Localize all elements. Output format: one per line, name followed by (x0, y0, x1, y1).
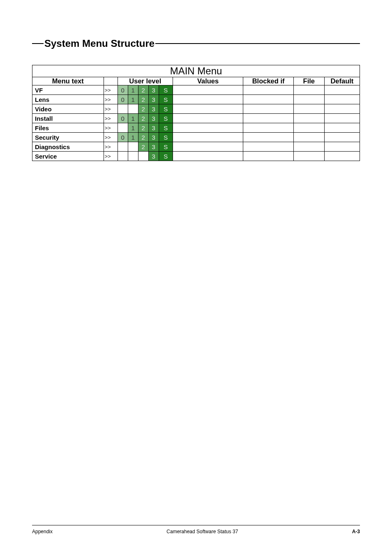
user-level-cell (118, 142, 128, 152)
user-level-cell: 3 (148, 104, 159, 114)
cell-default (324, 152, 360, 161)
page-footer: Appendix Camerahead Software Status 37 A… (32, 525, 360, 534)
user-level-cell: S (159, 152, 173, 161)
cell-values (173, 114, 243, 123)
user-level-cell: 2 (138, 114, 148, 123)
row-name: Lens (32, 95, 104, 104)
cell-values (173, 152, 243, 161)
row-name: Files (32, 123, 104, 133)
table-row: Service>>3S (32, 152, 360, 161)
cell-blocked (243, 104, 294, 114)
section-title-text: System Menu Structure (44, 38, 154, 49)
cell-blocked (243, 142, 294, 152)
table-row: Security>>0123S (32, 133, 360, 142)
section-title: System Menu Structure (32, 38, 360, 50)
cell-values (173, 123, 243, 133)
cell-blocked (243, 152, 294, 161)
user-level-cell: 1 (128, 133, 138, 142)
cell-file (293, 104, 324, 114)
cell-values (173, 95, 243, 104)
user-level-cell: 2 (138, 142, 148, 152)
user-level-cell: 3 (148, 85, 159, 95)
cell-file (293, 152, 324, 161)
title-rule-right (155, 43, 360, 44)
user-level-cell: S (159, 95, 173, 104)
user-level-cell (128, 152, 138, 161)
cell-file (293, 85, 324, 95)
cell-file (293, 123, 324, 133)
row-name: VF (32, 85, 104, 95)
user-level-cell: S (159, 142, 173, 152)
user-level-cell: S (159, 104, 173, 114)
table-title: MAIN Menu (32, 65, 360, 77)
user-level-cell: 0 (118, 114, 128, 123)
row-name: Diagnostics (32, 142, 104, 152)
col-values: Values (173, 77, 243, 85)
user-level-cell: S (159, 85, 173, 95)
row-name: Install (32, 114, 104, 123)
user-level-cell: 3 (148, 123, 159, 133)
col-blocked-if: Blocked if (243, 77, 294, 85)
cell-default (324, 104, 360, 114)
col-default: Default (324, 77, 360, 85)
user-level-cell (118, 123, 128, 133)
table-row: Video>>23S (32, 104, 360, 114)
user-level-cell: 1 (128, 85, 138, 95)
footer-center: Camerahead Software Status 37 (166, 529, 238, 534)
table-row: Install>>0123S (32, 114, 360, 123)
user-level-cell: 1 (128, 95, 138, 104)
row-name: Video (32, 104, 104, 114)
row-arrow: >> (104, 152, 118, 161)
user-level-cell: 0 (118, 133, 128, 142)
cell-default (324, 142, 360, 152)
menu-table: MAIN Menu Menu text User level Values Bl… (32, 65, 360, 161)
cell-blocked (243, 95, 294, 104)
cell-blocked (243, 133, 294, 142)
table-row: Diagnostics>>23S (32, 142, 360, 152)
footer-left: Appendix (32, 529, 53, 534)
cell-file (293, 95, 324, 104)
user-level-cell: 0 (118, 95, 128, 104)
user-level-cell: 3 (148, 142, 159, 152)
user-level-cell: S (159, 133, 173, 142)
user-level-cell: 2 (138, 95, 148, 104)
user-level-cell (118, 152, 128, 161)
cell-default (324, 123, 360, 133)
row-arrow: >> (104, 85, 118, 95)
cell-default (324, 85, 360, 95)
user-level-cell: 1 (128, 114, 138, 123)
user-level-cell: 3 (148, 152, 159, 161)
user-level-cell: 2 (138, 133, 148, 142)
user-level-cell (118, 104, 128, 114)
user-level-cell: 2 (138, 104, 148, 114)
title-dash-left (32, 43, 44, 44)
table-row: Lens>>0123S (32, 95, 360, 104)
cell-blocked (243, 114, 294, 123)
cell-default (324, 114, 360, 123)
table-row: VF>>0123S (32, 85, 360, 95)
col-menu-text: Menu text (32, 77, 104, 85)
cell-values (173, 85, 243, 95)
cell-blocked (243, 85, 294, 95)
cell-blocked (243, 123, 294, 133)
cell-default (324, 133, 360, 142)
row-arrow: >> (104, 104, 118, 114)
cell-file (293, 114, 324, 123)
row-arrow: >> (104, 142, 118, 152)
user-level-cell: 2 (138, 85, 148, 95)
cell-default (324, 95, 360, 104)
cell-values (173, 142, 243, 152)
user-level-cell: 0 (118, 85, 128, 95)
row-name: Security (32, 133, 104, 142)
col-user-level: User level (118, 77, 173, 85)
row-name: Service (32, 152, 104, 161)
cell-file (293, 142, 324, 152)
table-row: Files>>123S (32, 123, 360, 133)
user-level-cell: 2 (138, 123, 148, 133)
user-level-cell: S (159, 123, 173, 133)
row-arrow: >> (104, 123, 118, 133)
cell-values (173, 133, 243, 142)
row-arrow: >> (104, 133, 118, 142)
cell-file (293, 133, 324, 142)
user-level-cell (138, 152, 148, 161)
